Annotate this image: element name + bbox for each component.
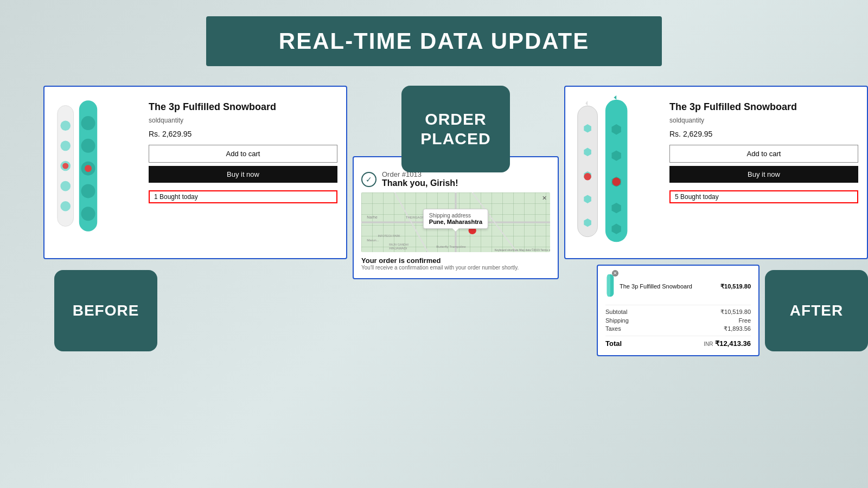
- svg-text:INFOTECH PARK: INFOTECH PARK: [378, 234, 401, 237]
- before-product-card: The 3p Fulfilled Snowboard soldquantity …: [43, 86, 347, 259]
- svg-marker-28: [585, 101, 588, 106]
- receipt-shipping-label: Shipping: [605, 317, 629, 324]
- receipt-item-price: ₹10,519.80: [720, 283, 751, 290]
- receipt-total-label: Total: [605, 339, 622, 348]
- shipping-popup: Shipping address Pune, Maharashtra: [423, 209, 488, 229]
- receipt-subtotal-value: ₹10,519.80: [720, 309, 751, 316]
- receipt-currency: INR: [704, 341, 713, 347]
- middle-section: ORDER PLACED ✓ Order #1013 Thank you, Gi…: [353, 86, 559, 279]
- svg-point-13: [85, 165, 92, 172]
- shipping-popup-label: Shipping address: [429, 213, 482, 219]
- svg-point-34: [584, 173, 591, 181]
- receipt-shipping-value: Free: [738, 317, 751, 324]
- svg-text:HINJAWADI: HINJAWADI: [389, 247, 407, 250]
- page-title: REAL-TIME DATA UPDATE: [228, 28, 640, 54]
- order-thank-you: Thank you, Girish!: [382, 178, 458, 188]
- shipping-popup-address: Pune, Maharashtra: [429, 219, 482, 225]
- order-confirmed-sub: You'll receive a confirmation email with…: [361, 265, 550, 271]
- snowboard-svg-after: [574, 95, 634, 247]
- receipt-total-amount: ₹12,413.36: [715, 339, 751, 348]
- svg-marker-36: [614, 95, 616, 100]
- receipt-taxes-value: ₹1,893.56: [724, 325, 751, 332]
- after-add-to-cart-button[interactable]: Add to cart: [669, 145, 858, 163]
- svg-point-12: [62, 163, 68, 169]
- svg-rect-44: [607, 274, 610, 297]
- svg-point-42: [612, 178, 620, 186]
- right-section: The 3p Fulfilled Snowboard soldquantity …: [564, 86, 868, 356]
- before-add-to-cart-button[interactable]: Add to cart: [149, 145, 337, 163]
- receipt-after-row: ✕ The 3p Fulfilled Snowboard ₹10,519.80 …: [597, 265, 868, 356]
- svg-rect-35: [605, 100, 628, 242]
- order-confirmation-card: ✓ Order #1013 Thank you, Girish!: [353, 156, 559, 279]
- receipt-subtotal-row: Subtotal ₹10,519.80: [605, 309, 751, 316]
- receipt-item-name: The 3p Fulfilled Snowboard: [620, 283, 716, 290]
- svg-point-5: [60, 201, 71, 211]
- map-close-icon[interactable]: ✕: [542, 195, 547, 202]
- page-wrapper: REAL-TIME DATA UPDATE: [0, 0, 868, 488]
- svg-point-1: [60, 120, 71, 131]
- order-header: ✓ Order #1013 Thank you, Girish!: [361, 170, 550, 188]
- after-buy-now-button[interactable]: Buy it now: [669, 166, 858, 183]
- svg-point-10: [81, 184, 95, 198]
- svg-text:THERGAON: THERGAON: [406, 216, 425, 219]
- before-product-title: The 3p Fulfilled Snowboard: [149, 101, 337, 113]
- receipt-subtotal-label: Subtotal: [605, 309, 627, 316]
- after-product-title: The 3p Fulfilled Snowboard: [669, 101, 858, 113]
- before-bought-today-badge: 1 Bought today: [149, 190, 337, 203]
- before-buy-now-button[interactable]: Buy it now: [149, 166, 337, 183]
- snowboard-svg-before: [53, 95, 102, 236]
- svg-text:RAJIV GANDHI: RAJIV GANDHI: [389, 243, 409, 246]
- after-bought-today-badge: 5 Bought today: [669, 190, 858, 203]
- receipt-divider-1: [605, 305, 751, 305]
- after-product-price: Rs. 2,629.95: [669, 130, 858, 138]
- after-product-card: The 3p Fulfilled Snowboard soldquantity …: [564, 86, 868, 259]
- header-banner: REAL-TIME DATA UPDATE: [206, 16, 662, 66]
- map-placeholder: Narhe THERGAON Marun... HINJAWADI RAJIV …: [361, 192, 550, 252]
- receipt-shipping-row: Shipping Free: [605, 317, 751, 324]
- receipt-taxes-label: Taxes: [605, 325, 621, 332]
- order-info: Order #1013 Thank you, Girish!: [382, 170, 458, 188]
- receipt-taxes-row: Taxes ₹1,893.56: [605, 325, 751, 332]
- receipt-snowboard-thumb: [605, 273, 615, 298]
- order-placed-text: ORDER PLACED: [420, 110, 490, 149]
- svg-point-2: [60, 141, 71, 151]
- before-product-info: The 3p Fulfilled Snowboard soldquantity …: [149, 95, 337, 249]
- receipt-card: ✕ The 3p Fulfilled Snowboard ₹10,519.80 …: [597, 265, 760, 356]
- after-product-info: The 3p Fulfilled Snowboard soldquantity …: [669, 95, 858, 249]
- after-label: AFTER: [765, 270, 868, 351]
- svg-point-7: [81, 116, 95, 130]
- after-product-meta: soldquantity: [669, 117, 858, 124]
- receipt-close-icon: ✕: [612, 270, 618, 277]
- receipt-divider-2: [605, 336, 751, 336]
- svg-point-11: [81, 207, 95, 221]
- svg-point-4: [60, 181, 71, 191]
- check-circle-icon: ✓: [361, 172, 376, 187]
- svg-text:Narhe: Narhe: [367, 215, 378, 220]
- before-section: The 3p Fulfilled Snowboard soldquantity …: [43, 86, 347, 351]
- receipt-total-value: INR ₹12,413.36: [704, 339, 751, 348]
- before-snowboard-image: [53, 95, 140, 253]
- svg-text:Butterfly Trampoline: Butterfly Trampoline: [436, 245, 466, 248]
- before-label: BEFORE: [54, 270, 157, 351]
- order-confirmed-text: Your order is confirmed: [361, 256, 550, 265]
- before-product-meta: soldquantity: [149, 117, 337, 124]
- receipt-total-row: Total INR ₹12,413.36: [605, 339, 751, 348]
- receipt-item-close: ✕: [605, 273, 615, 299]
- svg-text:Marun...: Marun...: [367, 239, 379, 242]
- svg-text:Keyboard shortcuts  Map data ©: Keyboard shortcuts Map data ©2023 Terms …: [495, 248, 550, 252]
- order-placed-box: ORDER PLACED: [401, 86, 510, 172]
- main-content-row: The 3p Fulfilled Snowboard soldquantity …: [43, 86, 825, 356]
- svg-point-8: [81, 139, 95, 153]
- before-product-price: Rs. 2,629.95: [149, 130, 337, 138]
- after-snowboard-image: [574, 95, 661, 253]
- receipt-item-row: ✕ The 3p Fulfilled Snowboard ₹10,519.80: [605, 273, 751, 299]
